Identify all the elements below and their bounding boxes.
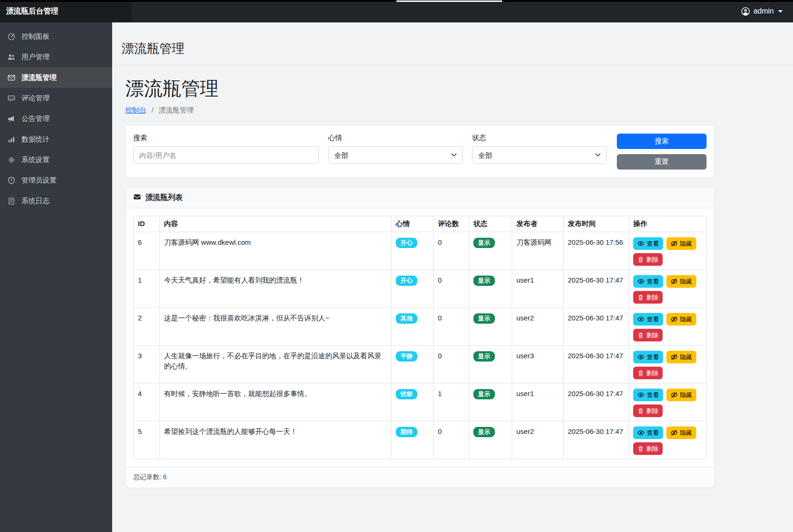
view-button[interactable]: 查看	[633, 426, 663, 439]
search-button[interactable]: 搜索	[617, 134, 707, 149]
hide-button[interactable]: 隐藏	[666, 426, 696, 439]
cell-id: 2	[134, 308, 160, 346]
cell-id: 5	[134, 421, 160, 459]
status-group: 状态 全部	[472, 134, 607, 164]
cell-actions: 查看隐藏删除	[629, 232, 707, 270]
sidebar-item-logs[interactable]: 系统日志	[0, 191, 112, 211]
view-button[interactable]: 查看	[633, 351, 663, 363]
delete-button[interactable]: 删除	[633, 404, 663, 417]
action-row: 查看隐藏	[633, 426, 702, 439]
sidebar-item-label: 系统设置	[21, 156, 50, 164]
delete-button[interactable]: 删除	[633, 329, 663, 341]
delete-button[interactable]: 删除	[633, 291, 663, 304]
status-badge: 显示	[473, 313, 495, 324]
sidebar-item-label: 系统日志	[21, 197, 50, 206]
reset-button[interactable]: 重置	[617, 154, 707, 170]
cell-datetime: 2025-06-30 17:47	[564, 346, 629, 383]
mood-select[interactable]: 全部	[328, 146, 463, 164]
megaphone-icon	[7, 115, 15, 123]
sidebar-item-settings[interactable]: 系统设置	[0, 149, 112, 170]
trash-icon	[637, 446, 644, 452]
status-badge: 显示	[473, 238, 495, 248]
mood-badge: 其他	[396, 313, 417, 324]
filter-buttons: 搜索 重置	[617, 134, 707, 170]
sidebar-nav: 控制面板用户管理漂流瓶管理评论管理公告管理数据统计系统设置管理员设置系统日志	[0, 26, 112, 211]
action-label: 查看	[647, 278, 659, 284]
cell-content: 今天天气真好，希望能有人看到我的漂流瓶！	[160, 270, 392, 308]
cell-content: 刀客源码网 www.dkewl.com	[160, 232, 392, 270]
status-badge: 显示	[473, 351, 495, 362]
action-label: 删除	[646, 294, 658, 300]
hide-button[interactable]: 隐藏	[666, 313, 696, 326]
cell-status: 显示	[469, 308, 512, 346]
sidebar-item-comments[interactable]: 评论管理	[0, 88, 112, 108]
sidebar-item-users[interactable]: 用户管理	[0, 47, 112, 67]
hide-button[interactable]: 隐藏	[666, 351, 696, 363]
eye-icon	[637, 240, 644, 247]
content-title: 漂流瓶管理	[125, 76, 714, 101]
breadcrumb-link-console[interactable]: 控制台	[125, 106, 146, 114]
action-label: 查看	[647, 392, 659, 398]
view-button[interactable]: 查看	[633, 389, 663, 401]
cell-content: 这是一个秘密：我很喜欢吃冰淇淋，但从不告诉别人~	[160, 308, 392, 346]
mood-badge: 开心	[396, 238, 417, 248]
action-label: 查看	[647, 430, 659, 436]
action-label: 隐藏	[680, 392, 692, 398]
sidebar-item-statistics[interactable]: 数据统计	[0, 129, 112, 149]
cell-datetime: 2025-06-30 17:47	[564, 383, 629, 421]
search-input[interactable]	[133, 146, 319, 164]
cell-publisher: 刀客源码网	[512, 232, 564, 270]
content-area: 漂流瓶管理 控制台 / 漂流瓶管理 搜索 心情 全部 状态	[112, 65, 714, 488]
action-row: 查看隐藏	[633, 351, 702, 363]
cell-status: 显示	[469, 421, 512, 459]
user-name: admin	[753, 7, 774, 15]
main-area: 漂流瓶管理 漂流瓶管理 控制台 / 漂流瓶管理 搜索 心情 全部	[112, 22, 793, 532]
view-button[interactable]: 查看	[633, 313, 663, 326]
action-row: 查看隐藏	[633, 275, 702, 288]
bottle-list-card-body: ID内容心情评论数状态发布者发布时间操作 6刀客源码网 www.dkewl.co…	[126, 208, 714, 467]
hide-button[interactable]: 隐藏	[666, 237, 696, 250]
eye-slash-icon	[671, 278, 678, 285]
hide-button[interactable]: 隐藏	[666, 389, 696, 401]
user-menu[interactable]: admin	[731, 0, 793, 22]
breadcrumb-current: 漂流瓶管理	[159, 106, 194, 114]
action-label: 隐藏	[680, 241, 692, 247]
action-label: 删除	[646, 370, 658, 376]
action-label: 删除	[646, 332, 658, 338]
column-header: 发布者	[512, 216, 564, 232]
mood-badge: 期待	[396, 427, 417, 437]
sidebar-item-admins[interactable]: 管理员设置	[0, 170, 112, 191]
view-button[interactable]: 查看	[633, 237, 663, 250]
cell-datetime: 2025-06-30 17:47	[564, 421, 629, 459]
cell-actions: 查看隐藏删除	[629, 383, 707, 421]
sidebar: 控制面板用户管理漂流瓶管理评论管理公告管理数据统计系统设置管理员设置系统日志	[0, 22, 112, 532]
delete-button[interactable]: 删除	[633, 367, 663, 379]
view-button[interactable]: 查看	[633, 275, 663, 288]
column-header: 心情	[392, 216, 434, 232]
cell-comments: 0	[434, 421, 469, 459]
status-select[interactable]: 全部	[472, 146, 607, 164]
cell-status: 显示	[469, 346, 512, 383]
delete-button[interactable]: 删除	[633, 253, 663, 266]
cell-status: 显示	[469, 232, 512, 270]
sidebar-item-dashboard[interactable]: 控制面板	[0, 26, 112, 47]
hide-button[interactable]: 隐藏	[666, 275, 696, 288]
bottle-list-title: 漂流瓶列表	[145, 193, 183, 203]
trash-icon	[637, 332, 644, 339]
sidebar-item-announcements[interactable]: 公告管理	[0, 108, 112, 129]
bottle-list-card-header: 漂流瓶列表	[126, 188, 714, 208]
delete-button[interactable]: 删除	[633, 442, 663, 455]
action-label: 查看	[647, 241, 659, 247]
eye-slash-icon	[671, 391, 678, 398]
sidebar-item-label: 评论管理	[21, 94, 50, 103]
users-icon	[7, 53, 15, 61]
cell-comments: 0	[434, 270, 469, 308]
cell-id: 3	[134, 346, 160, 383]
action-label: 隐藏	[680, 354, 692, 360]
trash-icon	[637, 294, 644, 301]
trash-icon	[637, 408, 644, 414]
action-label: 隐藏	[680, 278, 692, 284]
filter-card: 搜索 心情 全部 状态 全部	[125, 125, 714, 178]
sidebar-item-label: 管理员设置	[21, 176, 57, 185]
sidebar-item-bottles[interactable]: 漂流瓶管理	[0, 67, 112, 88]
